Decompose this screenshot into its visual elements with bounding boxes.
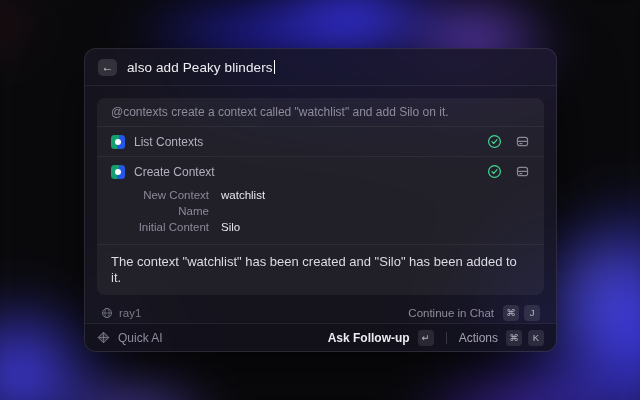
tool-call-status bbox=[487, 164, 530, 179]
model-name: ray1 bbox=[119, 307, 141, 319]
param-label: Initial Content bbox=[111, 219, 209, 235]
query-input-row: ← also add Peaky blinders bbox=[85, 49, 556, 85]
ask-follow-up-button[interactable]: Ask Follow-up bbox=[328, 331, 410, 345]
tool-call-label: Create Context bbox=[134, 165, 215, 179]
response-card: @contexts create a context called "watch… bbox=[97, 98, 544, 295]
return-keycap: ↵ bbox=[418, 330, 434, 346]
back-arrow-icon: ← bbox=[102, 61, 114, 73]
continue-in-chat-label: Continue in Chat bbox=[408, 307, 494, 319]
tool-call-create-context[interactable]: Create Context bbox=[97, 157, 544, 244]
tool-params: New Context Name watchlist Initial Conte… bbox=[97, 186, 544, 244]
param-row: New Context Name watchlist bbox=[111, 187, 530, 219]
j-keycap: J bbox=[524, 305, 540, 321]
k-keycap: K bbox=[528, 330, 544, 346]
success-check-icon bbox=[487, 164, 502, 179]
continue-in-chat[interactable]: Continue in Chat ⌘ J bbox=[408, 305, 540, 321]
meta-row: ray1 Continue in Chat ⌘ J bbox=[97, 305, 544, 321]
action-bar: Quick AI Ask Follow-up ↵ Actions ⌘ K bbox=[85, 323, 556, 351]
desktop: ← also add Peaky blinders @contexts crea… bbox=[0, 0, 640, 400]
cmd-keycap: ⌘ bbox=[506, 330, 522, 346]
panel-body: @contexts create a context called "watch… bbox=[85, 86, 556, 323]
param-row: Initial Content Silo bbox=[111, 219, 530, 235]
storage-drive-icon bbox=[515, 164, 530, 179]
tool-call-left: List Contexts bbox=[111, 135, 487, 149]
ai-result-text: The context "watchlist" has been created… bbox=[97, 245, 544, 295]
tool-call-list-contexts[interactable]: List Contexts bbox=[97, 127, 544, 156]
param-label: New Context Name bbox=[111, 187, 209, 219]
action-bar-divider bbox=[446, 332, 447, 344]
action-bar-right: Ask Follow-up ↵ Actions ⌘ K bbox=[328, 330, 544, 346]
param-value: Silo bbox=[221, 219, 240, 235]
quick-ai-gem-icon bbox=[97, 331, 110, 344]
quick-ai-panel: ← also add Peaky blinders @contexts crea… bbox=[84, 48, 557, 352]
success-check-icon bbox=[487, 134, 502, 149]
query-input[interactable]: also add Peaky blinders bbox=[127, 60, 275, 75]
back-button[interactable]: ← bbox=[98, 59, 117, 76]
query-input-value: also add Peaky blinders bbox=[127, 60, 273, 75]
model-orb-icon bbox=[101, 307, 113, 319]
model-indicator: ray1 bbox=[101, 307, 141, 319]
prompt-text: @contexts create a context called "watch… bbox=[97, 98, 544, 126]
app-label: Quick AI bbox=[118, 331, 163, 345]
param-value: watchlist bbox=[221, 187, 265, 203]
actions-button[interactable]: Actions bbox=[459, 331, 498, 345]
tool-call-status bbox=[487, 134, 530, 149]
text-caret bbox=[274, 60, 276, 74]
app-indicator: Quick AI bbox=[97, 331, 328, 345]
storage-drive-icon bbox=[515, 134, 530, 149]
contexts-extension-icon bbox=[111, 135, 125, 149]
tool-call-left: Create Context bbox=[111, 165, 487, 179]
contexts-extension-icon bbox=[111, 165, 125, 179]
cmd-keycap: ⌘ bbox=[503, 305, 519, 321]
tool-call-label: List Contexts bbox=[134, 135, 203, 149]
